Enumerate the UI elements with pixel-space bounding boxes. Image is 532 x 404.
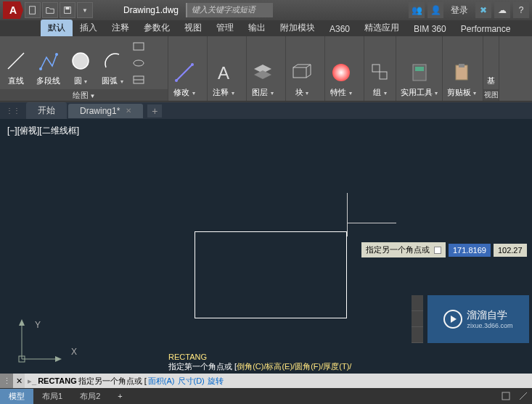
ribbon-tab[interactable]: 输出 [241,20,273,36]
close-icon[interactable]: ✕ [126,107,131,115]
cmd-name: RECTANG [38,376,77,385]
viewport-label[interactable]: [−][俯视][二维线框] [7,125,79,137]
add-layout-button[interactable]: + [109,389,131,403]
hatch-icon[interactable] [131,73,146,86]
ribbon-tab[interactable]: 附加模块 [273,20,322,36]
model-tab[interactable]: 模型 [0,389,33,404]
qat-dropdown-icon[interactable]: ▼ [77,2,93,18]
add-tab-button[interactable]: + [147,104,162,118]
nav-scrollbar[interactable] [412,295,423,343]
ribbon-tab[interactable]: 视图 [177,20,209,36]
ribbon-body: 直线 多段线 圆 ▾ 圆弧 ▾ 绘图▼ 修改 ▾ A注释 ▾ 图层 ▾ 块 ▾ … [0,36,532,102]
svg-rect-22 [415,67,424,71]
layer-button[interactable]: 图层 ▾ [247,36,279,101]
svg-point-4 [39,67,42,70]
dyn-height-input[interactable]: 102.27 [494,244,527,257]
layout-tab[interactable]: 布局2 [71,389,109,404]
layout-tab[interactable]: 布局1 [33,389,71,404]
ribbon-tab[interactable]: 注释 [105,20,136,36]
command-history: RECTANG 指定第一个角点或 [倒角(C)/标高(E)/圆角(F)/厚度(T… [168,353,351,372]
ribbon-tab[interactable]: 精选应用 [357,20,406,36]
ribbon-tab[interactable]: 管理 [209,20,241,36]
cmd-option[interactable]: 尺寸(D) [178,376,205,387]
cmd-option[interactable]: 旋转 [208,376,224,387]
qat-open-icon[interactable] [42,2,58,18]
title-filename: Drawing1.dwg [123,5,179,15]
qat-new-icon[interactable] [25,2,41,18]
crosshair-h [347,223,396,223]
panel-title: 视图 [483,89,499,101]
svg-rect-15 [293,67,306,78]
app-logo[interactable]: A [3,1,23,19]
svg-point-13 [191,63,194,66]
svg-line-3 [8,53,24,69]
utilities-button[interactable]: 实用工具 ▾ [396,36,442,101]
ellipse-icon[interactable] [131,57,146,70]
svg-rect-30 [502,392,510,400]
login-label[interactable]: 登录 [446,4,472,17]
play-icon [443,310,462,329]
dyn-prompt-label: 指定另一个角点或 [366,244,430,255]
crosshair-v [347,193,348,236]
command-line[interactable]: ⋮ ✕ ▸_ RECTANG 指定另一个角点或 [面积(A) 尺寸(D) 旋转 [0,374,532,388]
status-icon[interactable] [516,390,531,402]
svg-point-5 [55,53,58,56]
ribbon-tab[interactable]: Performance [454,22,518,36]
file-tab-start[interactable]: 开始 [26,102,67,119]
ribbon-tab[interactable]: A360 [322,22,357,36]
file-tab-bar: ⋮⋮ 开始 Drawing1*✕ + [0,102,532,119]
svg-rect-2 [65,7,69,10]
svg-rect-19 [372,65,380,72]
ribbon-tab[interactable]: 默认 [41,20,73,36]
svg-marker-28 [55,356,62,362]
svg-rect-20 [380,72,387,79]
ribbon-tab-bar: 默认 插入 注释 参数化 视图 管理 输出 附加模块 A360 精选应用 BIM… [0,20,532,36]
file-tab-drawing[interactable]: Drawing1*✕ [68,104,143,118]
qat-save-icon[interactable] [60,2,75,18]
cloud-icon[interactable]: ☁ [494,2,510,18]
ucs-y-label: Y [35,320,41,330]
cmd-prompt-text: 指定另一个角点或 [ [78,376,147,387]
svg-line-11 [176,65,192,81]
tab-grip-icon[interactable]: ⋮⋮ [6,107,20,115]
rect-icon[interactable] [131,40,146,53]
search-input[interactable]: 键入关键字或短语 [186,3,273,17]
properties-button[interactable]: 特性 ▾ [325,36,357,101]
ribbon-tab[interactable]: 插入 [73,20,105,36]
user-icon[interactable]: 👤 [427,2,443,18]
help-icon[interactable]: ? [513,2,529,18]
status-icon[interactable] [499,390,513,402]
polyline-button[interactable]: 多段线 [32,36,65,89]
svg-point-8 [134,60,144,66]
cmd-grip-icon[interactable]: ⋮ [0,374,13,388]
watermark: 溜溜自学zixue.3d66.com [427,295,529,343]
rectangle-preview [195,231,347,318]
ribbon-tab[interactable]: 参数化 [136,20,177,36]
cmd-close-icon[interactable]: ✕ [13,374,25,388]
annotation-button[interactable]: A注释 ▾ [208,36,240,101]
block-button[interactable]: 块 ▾ [286,36,318,101]
svg-rect-24 [459,64,465,67]
exchange-icon[interactable]: ✖ [475,2,491,18]
svg-point-12 [175,79,178,82]
line-button[interactable]: 直线 [0,36,32,89]
binoculars-icon[interactable]: 👥 [409,2,425,18]
arc-button[interactable]: 圆弧 ▾ [97,36,128,89]
svg-point-18 [332,64,350,81]
circle-button[interactable]: 圆 ▾ [65,36,97,89]
dyn-options-icon[interactable] [434,247,441,254]
svg-rect-7 [134,43,144,50]
svg-line-16 [293,65,298,67]
base-button[interactable]: 基 [483,36,498,89]
cmd-option[interactable]: 面积(A) [148,376,175,387]
svg-point-6 [73,53,89,69]
panel-title[interactable]: 绘图▼ [0,89,168,101]
drawing-canvas[interactable]: [−][俯视][二维线框] 指定另一个角点或 171.8169 102.27 Y… [0,119,532,374]
ribbon-tab[interactable]: BIM 360 [406,22,454,36]
modify-button[interactable]: 修改 ▾ [168,36,200,101]
clipboard-button[interactable]: 剪贴板 ▾ [443,36,480,101]
dyn-width-input[interactable]: 171.8169 [449,244,491,257]
svg-line-31 [520,392,527,400]
cmd-chevron-icon: ▸_ [28,376,36,386]
group-button[interactable]: 组 ▾ [364,36,396,101]
